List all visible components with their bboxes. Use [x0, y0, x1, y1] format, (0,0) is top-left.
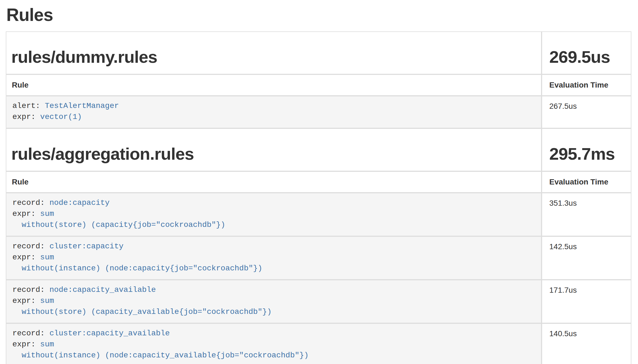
- rule-definition: record: node:capacity expr: sum without(…: [12, 197, 536, 230]
- rule-definition: record: cluster:capacity expr: sum witho…: [12, 241, 536, 274]
- rule-type-key: record:: [12, 329, 45, 338]
- rule-row: record: node:capacity_available expr: su…: [6, 280, 631, 323]
- page-title: Rules: [6, 4, 631, 25]
- expr-key: expr:: [12, 253, 36, 262]
- rule-name-link[interactable]: cluster:capacity: [49, 242, 123, 251]
- expr-key: expr:: [12, 113, 36, 121]
- rule-group-eval-time: 295.7ms: [549, 144, 615, 163]
- rule-column-header: Rule: [6, 74, 542, 96]
- rule-expr-link[interactable]: sum without(instance) (node:capacity{job…: [12, 253, 262, 273]
- rule-eval-time: 140.5us: [542, 323, 631, 364]
- rules-table-frame: rules/dummy.rules 269.5us Rule Evaluatio…: [6, 31, 631, 364]
- rule-row: record: cluster:capacity_available expr:…: [6, 323, 631, 364]
- rule-definition-cell: alert: TestAlertManager expr: vector(1): [6, 96, 542, 128]
- expr-key: expr:: [12, 297, 36, 305]
- rule-group-name-cell: rules/dummy.rules: [6, 32, 542, 74]
- rule-definition: record: node:capacity_available expr: su…: [12, 284, 536, 317]
- rule-expr-link[interactable]: vector(1): [40, 113, 82, 121]
- rule-eval-time: 267.5us: [542, 96, 631, 128]
- rule-group-title: rules/dummy.rules: [11, 47, 157, 66]
- expr-key: expr:: [12, 340, 36, 349]
- rule-type-key: record:: [12, 286, 45, 294]
- rule-eval-time: 142.5us: [542, 236, 631, 280]
- rule-group-eval-cell: 295.7ms: [542, 128, 631, 171]
- rule-expr-link[interactable]: sum without(store) (capacity_available{j…: [12, 297, 272, 316]
- rule-type-key: record:: [12, 199, 45, 207]
- rule-definition-cell: record: node:capacity_available expr: su…: [6, 280, 542, 323]
- rule-group-eval-time: 269.5us: [549, 47, 610, 66]
- eval-time-column-header: Evaluation Time: [542, 74, 631, 96]
- rules-table: rules/dummy.rules 269.5us Rule Evaluatio…: [6, 32, 631, 364]
- rule-name-link[interactable]: node:capacity: [49, 199, 109, 207]
- expr-key: expr:: [12, 210, 36, 218]
- rule-definition: record: cluster:capacity_available expr:…: [12, 328, 536, 361]
- rule-definition-cell: record: node:capacity expr: sum without(…: [6, 193, 542, 236]
- column-header-row: Rule Evaluation Time: [6, 74, 631, 96]
- rule-type-key: record:: [12, 242, 45, 251]
- rule-eval-time: 171.7us: [542, 280, 631, 323]
- rule-name-link[interactable]: node:capacity_available: [49, 286, 156, 294]
- rule-definition: alert: TestAlertManager expr: vector(1): [12, 100, 536, 123]
- rules-page: Rules rules/dummy.rules 269.5us Rule Eva…: [0, 0, 638, 364]
- rule-group-name-cell: rules/aggregation.rules: [6, 128, 542, 171]
- rule-group-header-row: rules/dummy.rules 269.5us: [6, 32, 631, 74]
- rule-row: alert: TestAlertManager expr: vector(1) …: [6, 96, 631, 128]
- rule-expr-link[interactable]: sum without(store) (capacity{job="cockro…: [12, 210, 225, 229]
- rule-eval-time: 351.3us: [542, 193, 631, 236]
- rule-type-key: alert:: [12, 102, 40, 110]
- rule-definition-cell: record: cluster:capacity_available expr:…: [6, 323, 542, 364]
- rule-row: record: node:capacity expr: sum without(…: [6, 193, 631, 236]
- eval-time-column-header: Evaluation Time: [542, 171, 631, 193]
- rule-definition-cell: record: cluster:capacity expr: sum witho…: [6, 236, 542, 280]
- rule-row: record: cluster:capacity expr: sum witho…: [6, 236, 631, 280]
- column-header-row: Rule Evaluation Time: [6, 171, 631, 193]
- rule-column-header: Rule: [6, 171, 542, 193]
- rule-name-link[interactable]: cluster:capacity_available: [49, 329, 170, 338]
- rule-group-eval-cell: 269.5us: [542, 32, 631, 74]
- rule-group-header-row: rules/aggregation.rules 295.7ms: [6, 128, 631, 171]
- rule-group-title: rules/aggregation.rules: [11, 144, 194, 163]
- rule-expr-link[interactable]: sum without(instance) (node:capacity_ava…: [12, 340, 309, 360]
- rule-name-link[interactable]: TestAlertManager: [45, 102, 119, 110]
